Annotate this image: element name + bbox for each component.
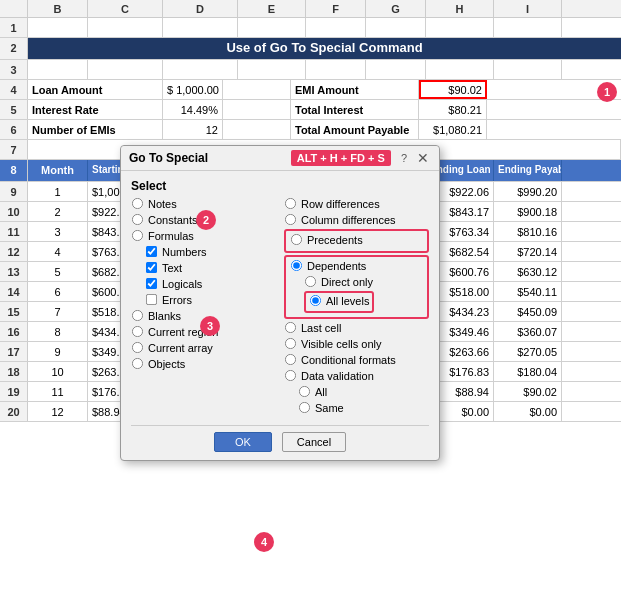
rownum-1: 1	[0, 18, 28, 37]
cell-c1	[88, 18, 163, 37]
cancel-button[interactable]: Cancel	[282, 432, 346, 452]
column-headers: B C D E F G H I	[0, 0, 621, 18]
rownum-2: 2	[0, 38, 28, 59]
option-notes[interactable]: Notes	[131, 197, 276, 210]
col-header-e: E	[238, 0, 306, 17]
col-header-h: H	[426, 0, 494, 17]
dialog-right-col: Row differences Column differences Prece…	[284, 197, 429, 417]
val-loan-amount: $ 1,000.00	[163, 80, 223, 99]
label-interest-rate: Interest Rate	[28, 100, 163, 119]
cell-d1	[163, 18, 238, 37]
option-visible-only[interactable]: Visible cells only	[284, 337, 429, 350]
dialog-left-col: Notes Constants Formulas Numbers Text Lo…	[131, 197, 276, 417]
cell-ep-1: $990.20	[494, 182, 562, 201]
rownum-14: 14	[0, 282, 28, 301]
dialog-buttons: OK Cancel	[131, 425, 429, 452]
cell-ep-4: $720.14	[494, 242, 562, 261]
ok-button[interactable]: OK	[214, 432, 272, 452]
rownum-10: 10	[0, 202, 28, 221]
option-all-sub[interactable]: All	[298, 385, 429, 398]
cell-ep-9: $270.05	[494, 342, 562, 361]
dialog-select-label: Select	[131, 179, 429, 193]
option-all-levels[interactable]: All levels	[309, 294, 369, 307]
cell-month-10: 10	[28, 362, 88, 381]
cell-month-3: 3	[28, 222, 88, 241]
val-total-interest: $80.21	[419, 100, 487, 119]
option-data-validation[interactable]: Data validation	[284, 369, 429, 382]
cell-ep-7: $450.09	[494, 302, 562, 321]
page-title: Use of Go To Special Command	[28, 38, 621, 59]
cell-b1	[28, 18, 88, 37]
cell-e1	[238, 18, 306, 37]
dialog-shortcut: ALT + H + FD + S	[291, 150, 391, 166]
col-header-g: G	[366, 0, 426, 17]
dependents-box: Dependents Direct only All levels	[284, 255, 429, 319]
rownum-3: 3	[0, 60, 28, 79]
option-dependents[interactable]: Dependents	[290, 259, 423, 272]
cell-month-6: 6	[28, 282, 88, 301]
col-header-f: F	[306, 0, 366, 17]
option-conditional-formats[interactable]: Conditional formats	[284, 353, 429, 366]
option-same-sub[interactable]: Same	[298, 401, 429, 414]
option-direct-only[interactable]: Direct only	[304, 275, 423, 288]
row-6: 6 Number of EMIs 12 Total Amount Payable…	[0, 120, 621, 140]
row-4: 4 Loan Amount $ 1,000.00 EMI Amount $90.…	[0, 80, 621, 100]
rownum-15: 15	[0, 302, 28, 321]
rownum-18: 18	[0, 362, 28, 381]
precedents-box: Precedents	[284, 229, 429, 253]
rownum-19: 19	[0, 382, 28, 401]
rownum-6: 6	[0, 120, 28, 139]
cell-ep-6: $540.11	[494, 282, 562, 301]
row-2: 2 Use of Go To Special Command	[0, 38, 621, 60]
cell-ep-12: $0.00	[494, 402, 562, 421]
all-levels-box: All levels	[304, 291, 374, 313]
option-errors[interactable]: Errors	[145, 293, 276, 306]
option-formulas[interactable]: Formulas	[131, 229, 276, 242]
option-precedents[interactable]: Precedents	[290, 233, 423, 246]
rownum-16: 16	[0, 322, 28, 341]
cell-g1	[366, 18, 426, 37]
cell-month-2: 2	[28, 202, 88, 221]
rownum-7: 7	[0, 140, 28, 159]
cell-month-11: 11	[28, 382, 88, 401]
cell-month-4: 4	[28, 242, 88, 261]
dialog-title: Go To Special	[129, 151, 208, 165]
option-objects[interactable]: Objects	[131, 357, 276, 370]
option-last-cell[interactable]: Last cell	[284, 321, 429, 334]
rownum-5: 5	[0, 100, 28, 119]
col-header-i: I	[494, 0, 562, 17]
rownum-4: 4	[0, 80, 28, 99]
cell-month-8: 8	[28, 322, 88, 341]
dialog-close-button[interactable]: ✕	[415, 150, 431, 166]
label-total-interest: Total Interest	[291, 100, 419, 119]
dialog-body: Select Notes Constants Formulas Numbers …	[121, 171, 439, 460]
rownum-11: 11	[0, 222, 28, 241]
rownum-9: 9	[0, 182, 28, 201]
badge-1: 1	[597, 82, 617, 102]
label-total-payable: Total Amount Payable	[291, 120, 419, 139]
option-row-diff[interactable]: Row differences	[284, 197, 429, 210]
dialog-question-mark: ?	[401, 152, 407, 164]
cell-ep-3: $810.16	[494, 222, 562, 241]
cell-ep-11: $90.02	[494, 382, 562, 401]
rownum-13: 13	[0, 262, 28, 281]
cell-i1	[494, 18, 562, 37]
row-3: 3	[0, 60, 621, 80]
cell-ep-2: $900.18	[494, 202, 562, 221]
cell-ep-8: $360.07	[494, 322, 562, 341]
option-numbers[interactable]: Numbers	[145, 245, 276, 258]
th-ending-payable: Ending Payable Amount	[494, 160, 562, 181]
option-col-diff[interactable]: Column differences	[284, 213, 429, 226]
row-1: 1	[0, 18, 621, 38]
cell-month-9: 9	[28, 342, 88, 361]
badge-3: 3	[200, 316, 220, 336]
cell-h1	[426, 18, 494, 37]
option-current-array[interactable]: Current array	[131, 341, 276, 354]
col-header-d: D	[163, 0, 238, 17]
val-num-emis: 12	[163, 120, 223, 139]
option-logicals[interactable]: Logicals	[145, 277, 276, 290]
option-text[interactable]: Text	[145, 261, 276, 274]
precedents-label: Precedents	[307, 234, 363, 246]
th-month: Month	[28, 160, 88, 181]
cell-month-5: 5	[28, 262, 88, 281]
